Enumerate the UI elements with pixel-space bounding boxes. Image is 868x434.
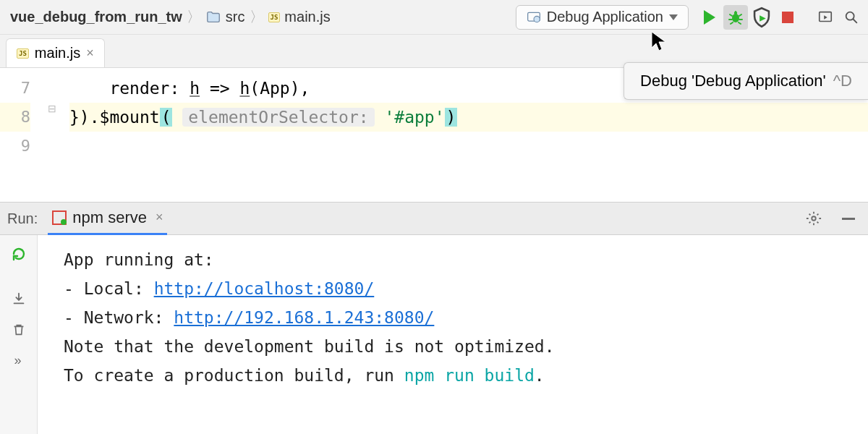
line-number: 8	[0, 103, 30, 132]
console-line: To create a production build, run npm ru…	[64, 361, 868, 390]
svg-point-2	[732, 14, 739, 22]
line-gutter: 7 8 9	[0, 68, 41, 202]
scroll-to-end-button[interactable]	[11, 291, 27, 309]
debug-button[interactable]	[723, 5, 748, 30]
svg-point-6	[812, 216, 816, 221]
minimize-icon	[842, 218, 855, 220]
browser-debug-icon	[527, 10, 541, 25]
chevron-right-icon: 〉	[187, 7, 201, 27]
run-config-label: Debug Application	[547, 9, 663, 25]
bug-icon	[727, 9, 744, 26]
stop-button[interactable]	[775, 5, 800, 30]
shield-play-icon	[749, 5, 774, 30]
rerun-button[interactable]	[10, 245, 27, 265]
chevron-down-icon	[669, 14, 678, 20]
stop-icon	[782, 12, 793, 23]
breadcrumb[interactable]: vue_debug_from_run_tw 〉 src 〉 JS main.js	[4, 7, 331, 27]
close-icon[interactable]: ×	[86, 46, 94, 61]
file-tab-main-js[interactable]: JS main.js ×	[6, 38, 105, 67]
run-panel-title: Run:	[7, 210, 38, 227]
main-toolbar: vue_debug_from_run_tw 〉 src 〉 JS main.js…	[0, 0, 868, 35]
folder-icon	[205, 9, 221, 25]
run-button[interactable]	[697, 5, 722, 30]
run-sidebar: »	[0, 235, 38, 434]
run-tab-npm-serve[interactable]: npm serve ×	[48, 202, 167, 235]
run-panel: » App running at: - Local: http://localh…	[0, 235, 868, 434]
tooltip-text: Debug 'Debug Application'	[640, 72, 826, 90]
run-config-selector[interactable]: Debug Application	[516, 5, 689, 30]
gear-icon	[806, 210, 822, 226]
file-tab-label: main.js	[35, 45, 80, 61]
console-line: - Network: http://192.168.1.243:8080/	[64, 303, 868, 332]
download-icon	[11, 291, 27, 307]
search-button[interactable]	[839, 5, 864, 30]
run-panel-header: Run: npm serve ×	[0, 202, 868, 235]
search-icon	[843, 9, 859, 25]
rerun-icon	[10, 245, 27, 263]
svg-point-1	[534, 16, 540, 22]
screen-play-icon	[817, 9, 833, 25]
debug-tooltip: Debug 'Debug Application' ^D	[624, 62, 868, 100]
run-tab-label: npm serve	[72, 208, 147, 227]
line-number: 7	[0, 74, 30, 103]
line-number: 9	[0, 132, 30, 161]
local-url-link[interactable]: http://localhost:8080/	[154, 279, 375, 298]
minimize-button[interactable]	[836, 206, 861, 231]
svg-point-5	[846, 12, 854, 20]
breadcrumb-file[interactable]: main.js	[284, 9, 330, 25]
play-icon	[704, 10, 715, 25]
tooltip-shortcut: ^D	[833, 72, 852, 90]
clear-button[interactable]	[11, 322, 27, 340]
trash-icon	[11, 322, 27, 338]
console-line: - Local: http://localhost:8080/	[64, 274, 868, 303]
chevron-right-icon: 〉	[250, 7, 264, 27]
settings-button[interactable]	[801, 206, 826, 231]
console-line: Note that the development build is not o…	[64, 332, 868, 361]
console-line: App running at:	[64, 245, 868, 274]
js-file-icon: JS	[17, 48, 29, 59]
network-url-link[interactable]: http://192.168.1.243:8080/	[174, 308, 434, 327]
presentation-button[interactable]	[813, 5, 838, 30]
breadcrumb-project[interactable]: vue_debug_from_run_tw	[10, 9, 182, 25]
npm-running-icon	[52, 210, 67, 225]
close-icon[interactable]: ×	[156, 210, 163, 225]
breadcrumb-folder[interactable]: src	[226, 9, 245, 25]
code-line: }).$mount( elementOrSelector: '#app')	[69, 103, 868, 132]
svg-point-3	[734, 11, 737, 14]
more-button[interactable]: »	[14, 353, 22, 368]
console-output[interactable]: App running at: - Local: http://localhos…	[38, 235, 868, 434]
js-file-icon: JS	[268, 12, 281, 22]
coverage-button[interactable]	[749, 5, 774, 30]
